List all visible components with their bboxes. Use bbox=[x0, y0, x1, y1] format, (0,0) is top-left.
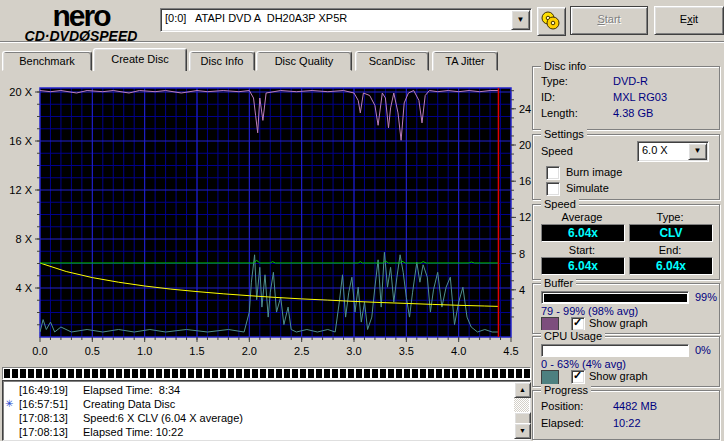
buffer-percent: 99% bbox=[695, 291, 717, 303]
settings-group: Settings Speed 6.0 X ▼ Burn image Simula… bbox=[532, 134, 720, 200]
disc-info-group: Disc info Type: DVD-R ID: MXL RG03 Lengt… bbox=[532, 66, 720, 130]
cpu-show-graph-label: Show graph bbox=[589, 370, 648, 382]
speed-group-title: Speed bbox=[541, 198, 579, 210]
buffer-bar bbox=[541, 291, 689, 304]
x-axis-tick-label: 2.0 bbox=[242, 345, 257, 357]
disc-type-value: DVD-R bbox=[613, 75, 648, 87]
info-sparkle-icon: ✳ bbox=[5, 398, 13, 409]
burn-image-checkbox[interactable] bbox=[546, 166, 560, 180]
log-time: [17:08:13] bbox=[19, 426, 77, 438]
cpu-show-graph-checkbox[interactable] bbox=[571, 370, 585, 384]
disc-id-value: MXL RG03 bbox=[613, 91, 667, 103]
log-entry: ✳ [16:57:51] Creating Data Disc bbox=[3, 398, 530, 412]
right-axis-tick-label: 12 bbox=[519, 211, 531, 223]
drive-select[interactable]: [0:0] ATAPI DVD A DH20A3P XP5R ▼ bbox=[160, 8, 532, 32]
speed-type-value: CLV bbox=[629, 224, 713, 242]
exit-button[interactable]: Exit bbox=[654, 6, 724, 35]
burn-image-label: Burn image bbox=[566, 166, 622, 178]
right-axis-tick-label: 20 bbox=[519, 139, 531, 151]
log-entry: [17:08:13] Speed:6 X CLV (6.04 X average… bbox=[3, 412, 530, 426]
speed-type-label: Type: bbox=[629, 211, 711, 223]
disc-length-value: 4.38 GB bbox=[613, 107, 653, 119]
start-button[interactable]: Start bbox=[570, 6, 648, 35]
speed-start-label: Start: bbox=[541, 244, 623, 256]
cpu-usage-percent: 0% bbox=[695, 344, 711, 356]
speed-select-arrow-icon[interactable]: ▼ bbox=[688, 143, 707, 160]
log-time: [17:08:13] bbox=[19, 412, 77, 424]
speed-end-value: 6.04x bbox=[629, 257, 713, 275]
x-axis-tick-label: 0.0 bbox=[32, 345, 47, 357]
cpu-usage-bar bbox=[541, 344, 689, 357]
speed-start-value: 6.04x bbox=[541, 257, 625, 275]
burn-progress-bar bbox=[2, 367, 531, 380]
discs-icon bbox=[538, 8, 563, 33]
left-axis-tick-label: 20 X bbox=[9, 86, 32, 98]
cpu-color-swatch bbox=[541, 370, 559, 385]
log-text: Elapsed Time: 10:22 bbox=[83, 426, 183, 438]
log-text: Creating Data Disc bbox=[83, 398, 175, 410]
log-scrollbar[interactable]: ▲ ▼ bbox=[514, 382, 529, 439]
tab-disc-quality[interactable]: Disc Quality bbox=[256, 51, 352, 71]
disc-id-label: ID: bbox=[541, 91, 555, 103]
speed-average-value: 6.04x bbox=[541, 224, 625, 242]
log-time: [16:49:19] bbox=[19, 384, 77, 396]
right-axis-tick-label: 24 bbox=[519, 103, 531, 115]
buffer-show-graph-checkbox[interactable] bbox=[571, 317, 585, 331]
drive-select-value: [0:0] ATAPI DVD A DH20A3P XP5R bbox=[165, 12, 347, 24]
eject-disc-button[interactable] bbox=[537, 7, 566, 36]
log-text: Speed:6 X CLV (6.04 X average) bbox=[83, 412, 243, 424]
x-axis-tick-label: 1.0 bbox=[137, 345, 152, 357]
speed-select[interactable]: 6.0 X ▼ bbox=[637, 141, 709, 162]
x-axis-tick-label: 0.5 bbox=[85, 345, 100, 357]
left-axis-tick-label: 16 X bbox=[9, 135, 32, 147]
simulate-label: Simulate bbox=[566, 182, 609, 194]
log-entry: [17:08:13] Elapsed Time: 10:22 bbox=[3, 426, 530, 440]
left-axis-tick-label: 8 X bbox=[15, 233, 32, 245]
tab-benchmark[interactable]: Benchmark bbox=[2, 51, 92, 71]
cpu-usage-group: CPU Usage 0% 0 - 63% (4% avg) Show graph bbox=[532, 336, 720, 387]
scroll-up-icon[interactable]: ▲ bbox=[514, 382, 531, 398]
x-axis-tick-label: 3.0 bbox=[346, 345, 361, 357]
x-axis-tick-label: 1.5 bbox=[189, 345, 204, 357]
header-divider bbox=[0, 41, 724, 43]
disc-length-label: Length: bbox=[541, 107, 578, 119]
nero-cd-dvd-speed-window: { "header": { "logo_line1": "nero", "log… bbox=[0, 0, 724, 441]
settings-title: Settings bbox=[541, 128, 587, 140]
tab-disc-info[interactable]: Disc Info bbox=[189, 51, 255, 71]
disc-type-label: Type: bbox=[541, 75, 568, 87]
scroll-down-icon[interactable]: ▼ bbox=[514, 423, 531, 439]
simulate-checkbox[interactable] bbox=[546, 182, 560, 196]
nero-logo-text: nero bbox=[6, 1, 156, 31]
x-axis-tick-label: 4.5 bbox=[503, 345, 518, 357]
log-text: Elapsed Time: 8:34 bbox=[83, 384, 180, 396]
buffer-group: Buffer 99% 79 - 99% (98% avg) Show graph bbox=[532, 283, 720, 334]
elapsed-label: Elapsed: bbox=[541, 417, 584, 429]
disc-info-title: Disc info bbox=[541, 60, 589, 72]
log-time: [16:57:51] bbox=[19, 398, 77, 410]
tab-ta-jitter[interactable]: TA Jitter bbox=[432, 51, 498, 71]
tab-scandisc[interactable]: ScanDisc bbox=[355, 51, 429, 71]
log-entry: [16:49:19] Elapsed Time: 8:34 bbox=[3, 384, 530, 398]
x-axis-tick-label: 4.0 bbox=[451, 345, 466, 357]
left-axis-tick-label: 12 X bbox=[9, 184, 32, 196]
nero-logo: nero CD·DVDØSPEED bbox=[6, 1, 156, 43]
progress-title: Progress bbox=[541, 384, 591, 396]
speed-average-label: Average bbox=[541, 211, 623, 223]
buffer-range: 79 - 99% (98% avg) bbox=[541, 305, 638, 317]
write-speed-chart: 20 X16 X12 X8 X4 X24201612840.00.51.01.5… bbox=[2, 78, 532, 360]
speed-group: Speed Average Type: 6.04x CLV Start: End… bbox=[532, 204, 720, 280]
status-log: [16:49:19] Elapsed Time: 8:34 ✳ [16:57:5… bbox=[2, 380, 531, 441]
tab-create-disc[interactable]: Create Disc bbox=[93, 48, 187, 71]
x-axis-tick-label: 3.5 bbox=[399, 345, 414, 357]
speed-setting-label: Speed bbox=[541, 145, 573, 157]
right-axis-tick-label: 8 bbox=[519, 248, 525, 260]
chart-canvas: 20 X16 X12 X8 X4 X24201612840.00.51.01.5… bbox=[2, 78, 532, 358]
burn-progress-fill bbox=[4, 369, 530, 378]
buffer-bar-fill bbox=[544, 294, 687, 302]
cpu-usage-title: CPU Usage bbox=[541, 330, 605, 342]
x-axis-tick-label: 2.5 bbox=[294, 345, 309, 357]
position-label: Position: bbox=[541, 400, 583, 412]
buffer-title: Buffer bbox=[541, 277, 576, 289]
position-value: 4482 MB bbox=[613, 400, 657, 412]
drive-select-arrow-icon[interactable]: ▼ bbox=[511, 10, 530, 30]
